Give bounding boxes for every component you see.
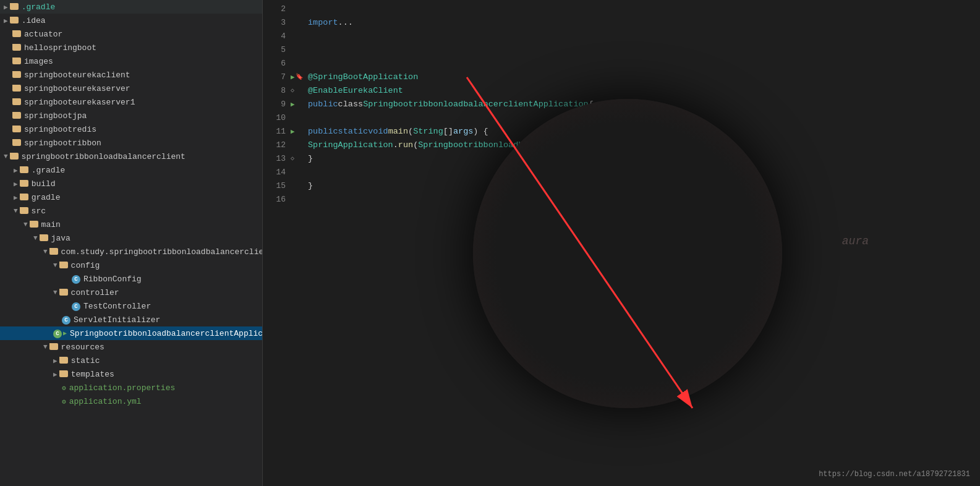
file-icon-1 xyxy=(10,16,19,25)
tree-label-19: config xyxy=(71,261,100,270)
tree-item-1[interactable]: ▶.idea xyxy=(0,14,262,27)
tree-item-15[interactable]: ▼src xyxy=(0,204,262,218)
gutter-icon-8: ◇ xyxy=(291,84,308,98)
gutter-icon-11: ▶ xyxy=(291,125,308,139)
line-number-13: 13 xyxy=(263,152,286,166)
gutter-icon-9: ▶ xyxy=(291,98,308,111)
bookmark-icon: ◇ xyxy=(291,152,294,166)
tree-item-6[interactable]: springbooteurekaserver xyxy=(0,82,262,95)
code-editor-area: 2345678910111213141516 import ...▶🔖@Spri… xyxy=(263,0,980,486)
tree-item-25[interactable]: ▼resources xyxy=(0,340,262,354)
file-icon-13 xyxy=(20,179,28,189)
tree-item-20[interactable]: CRibbonConfig xyxy=(0,272,262,286)
tree-label-28: application.properties xyxy=(69,383,176,393)
tree-item-17[interactable]: ▼java xyxy=(0,231,262,245)
file-icon-5 xyxy=(12,70,21,80)
file-icon-21 xyxy=(59,288,68,297)
file-icon-7 xyxy=(12,98,21,107)
file-icon-16 xyxy=(30,220,38,229)
line-number-12: 12 xyxy=(263,139,286,152)
run-icon[interactable]: ▶ xyxy=(291,70,295,84)
tree-label-23: ServletInitializer xyxy=(74,315,160,325)
code-line-6 xyxy=(291,57,980,70)
tree-item-19[interactable]: ▼config xyxy=(0,258,262,272)
file-icon-6 xyxy=(12,84,21,93)
code-line-7: ▶🔖@SpringBootApplication xyxy=(291,70,980,84)
file-icon-10 xyxy=(12,139,21,148)
file-icon-0 xyxy=(10,2,19,12)
tree-label-9: springbootredis xyxy=(24,125,96,134)
tree-label-1: .idea xyxy=(22,16,46,25)
code-line-3: import ... xyxy=(291,16,980,30)
tree-label-7: springbooteurekaserver1 xyxy=(24,98,135,107)
code-line-8: ◇@EnableEurekaClient xyxy=(291,84,980,98)
file-icon-19 xyxy=(59,261,68,270)
file-icon-27 xyxy=(59,370,68,379)
tree-label-20: RibbonConfig xyxy=(83,275,142,284)
tree-label-15: src xyxy=(32,207,46,216)
tree-label-17: java xyxy=(51,234,70,243)
tree-item-27[interactable]: ▶templates xyxy=(0,367,262,381)
bookmark-icon: 🔖 xyxy=(296,70,303,84)
tree-item-29[interactable]: ⚙application.yml xyxy=(0,394,262,408)
tree-item-18[interactable]: ▼com.study.springbootribbonloadbalancerc… xyxy=(0,245,262,258)
tree-label-22: TestController xyxy=(83,302,151,311)
line-number-15: 15 xyxy=(263,179,286,193)
file-icon-26 xyxy=(59,356,68,365)
line-number-4: 4 xyxy=(263,30,286,43)
tree-label-21: controller xyxy=(71,288,119,297)
tree-label-8: springbootjpa xyxy=(24,111,87,121)
gutter-icon-13: ◇ xyxy=(291,152,308,166)
tree-item-4[interactable]: images xyxy=(0,54,262,68)
tree-item-7[interactable]: springbooteurekaserver1 xyxy=(0,95,262,109)
file-icon-8 xyxy=(12,111,21,121)
tree-item-28[interactable]: ⚙application.properties xyxy=(0,381,262,394)
tree-item-0[interactable]: ▶.gradle xyxy=(0,0,262,14)
file-icon-22: C xyxy=(72,301,80,311)
tree-item-22[interactable]: CTestController xyxy=(0,299,262,313)
tree-item-16[interactable]: ▼main xyxy=(0,218,262,231)
line-number-6: 6 xyxy=(263,57,286,70)
tree-item-8[interactable]: springbootjpa xyxy=(0,109,262,122)
tree-item-24[interactable]: C▶SpringbootribbonloadbalancerclientAppl… xyxy=(0,326,262,340)
tree-item-12[interactable]: ▶.gradle xyxy=(0,163,262,177)
line-number-16: 16 xyxy=(263,193,286,207)
tree-label-3: hellospringboot xyxy=(24,43,96,53)
tree-item-23[interactable]: CServletInitializer xyxy=(0,313,262,326)
tree-item-26[interactable]: ▶static xyxy=(0,354,262,367)
tree-item-2[interactable]: actuator xyxy=(0,27,262,41)
file-icon-15 xyxy=(20,207,28,216)
tree-label-18: com.study.springbootribbonloadbalancercl… xyxy=(61,247,263,257)
file-icon-4 xyxy=(12,57,21,66)
tree-item-13[interactable]: ▶build xyxy=(0,177,262,190)
tree-item-14[interactable]: ▶gradle xyxy=(0,190,262,204)
file-icon-20: C xyxy=(72,274,80,284)
file-icon-12 xyxy=(20,166,28,175)
tree-item-10[interactable]: springbootribbon xyxy=(0,136,262,150)
url-watermark: https://blog.csdn.net/a18792721831 xyxy=(819,470,970,479)
line-number-10: 10 xyxy=(263,111,286,125)
file-icon-17 xyxy=(40,234,48,243)
tree-label-2: actuator xyxy=(24,30,62,39)
tree-item-11[interactable]: ▼springbootribbonloadbalancerclient xyxy=(0,150,262,163)
tree-label-14: gradle xyxy=(32,193,61,202)
tree-item-9[interactable]: springbootredis xyxy=(0,122,262,136)
file-icon-14 xyxy=(20,193,28,202)
tree-label-29: application.yml xyxy=(69,397,142,406)
code-editor: 2345678910111213141516 import ...▶🔖@Spri… xyxy=(263,0,980,486)
file-icon-29: ⚙ xyxy=(62,397,66,406)
run-icon[interactable]: ▶ xyxy=(291,125,295,139)
tree-label-10: springbootribbon xyxy=(24,139,101,148)
tree-item-5[interactable]: springbooteurekaclient xyxy=(0,68,262,82)
aura-watermark: aura xyxy=(842,235,869,247)
tree-label-24: SpringbootribbonloadbalancerclientApplic… xyxy=(70,329,263,338)
line-number-3: 3 xyxy=(263,16,286,30)
line-numbers: 2345678910111213141516 xyxy=(263,0,291,486)
tree-item-21[interactable]: ▼controller xyxy=(0,286,262,299)
tree-label-25: resources xyxy=(61,343,104,352)
tree-label-6: springbooteurekaserver xyxy=(24,84,130,93)
tree-label-5: springbooteurekaclient xyxy=(24,70,130,80)
code-line-4 xyxy=(291,30,980,43)
tree-item-3[interactable]: hellospringboot xyxy=(0,41,262,54)
run-icon[interactable]: ▶ xyxy=(291,98,295,111)
